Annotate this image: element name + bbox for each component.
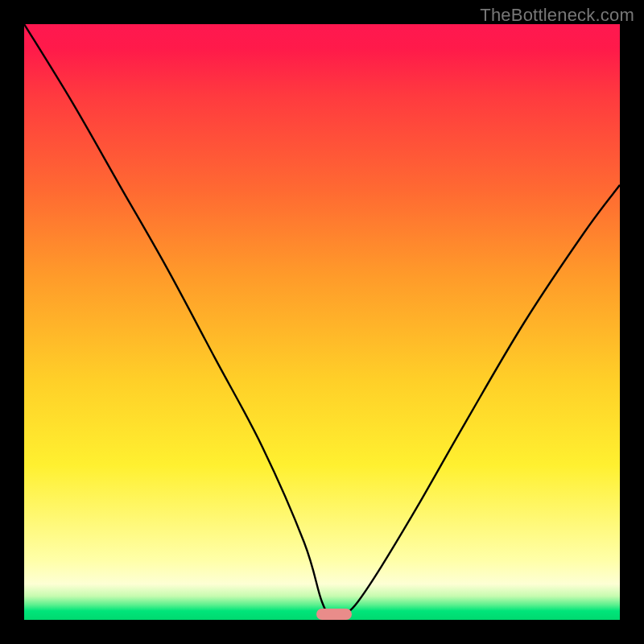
plot-area	[24, 24, 620, 620]
bottleneck-curve	[24, 24, 620, 620]
optimal-marker	[316, 609, 352, 620]
watermark-text: TheBottleneck.com	[480, 5, 634, 26]
curve-path	[24, 24, 620, 620]
chart-frame: TheBottleneck.com	[0, 0, 644, 644]
